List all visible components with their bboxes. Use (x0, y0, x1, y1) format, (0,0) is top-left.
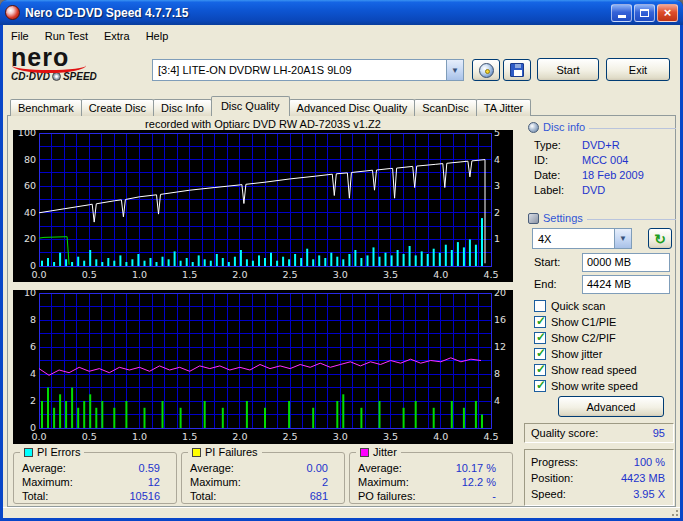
disc-type-value: DVD+R (582, 138, 620, 152)
maximize-button[interactable] (634, 4, 655, 22)
svg-text:2.5: 2.5 (283, 269, 298, 280)
svg-text:20: 20 (24, 233, 36, 244)
checkbox-quick-scan[interactable]: Quick scan (534, 299, 605, 313)
jitter-maximum: 12.2 % (462, 476, 496, 489)
pi-errors-maximum: 12 (148, 476, 160, 489)
checkbox-show-read-speed[interactable]: Show read speed (534, 363, 637, 377)
pi-errors-title: PI Errors (37, 446, 80, 458)
checkbox-show-c1-pie[interactable]: Show C1/PIE (534, 315, 616, 329)
svg-text:2.5: 2.5 (283, 431, 298, 442)
checkbox-box[interactable] (534, 300, 546, 312)
menu-run-test[interactable]: Run Test (37, 27, 96, 45)
menu-extra[interactable]: Extra (96, 27, 138, 45)
svg-text:4.5: 4.5 (483, 269, 498, 280)
svg-text:3: 3 (494, 180, 500, 191)
checkbox-box[interactable] (534, 380, 546, 392)
application-window: Nero CD-DVD Speed 4.7.7.15 × File Run Te… (0, 0, 683, 521)
checkbox-box[interactable] (534, 316, 546, 328)
po-failures-value: - (492, 490, 496, 503)
window-title: Nero CD-DVD Speed 4.7.7.15 (25, 6, 611, 20)
floppy-save-icon (510, 63, 524, 77)
checkbox-show-c2-pif[interactable]: Show C2/PIF (534, 331, 616, 345)
jitter-chart: 1086420201612840.00.51.01.52.02.53.03.54… (13, 290, 513, 444)
start-position-field[interactable]: 0000 MB (582, 253, 670, 272)
checkbox-show-write-speed[interactable]: Show write speed (534, 379, 638, 393)
disc-info-header: Disc info (528, 121, 676, 133)
pi-failures-color-swatch (192, 448, 201, 457)
advanced-button[interactable]: Advanced (558, 396, 664, 417)
status-bar (3, 507, 680, 518)
tab-benchmark[interactable]: Benchmark (10, 99, 82, 116)
minimize-button[interactable] (611, 4, 632, 22)
start-button[interactable]: Start (537, 58, 599, 81)
title-bar: Nero CD-DVD Speed 4.7.7.15 × (0, 0, 683, 25)
resize-grip[interactable] (669, 508, 679, 517)
checkbox-show-jitter[interactable]: Show jitter (534, 347, 602, 361)
svg-text:4.0: 4.0 (433, 431, 448, 442)
drive-selector[interactable]: [3:4] LITE-ON DVDRW LH-20A1S 9L09 ▼ (152, 59, 464, 81)
disc-type-row: Type:DVD+R (534, 138, 674, 152)
svg-text:2.0: 2.0 (232, 269, 247, 280)
tab-scandisc[interactable]: ScanDisc (414, 99, 476, 116)
svg-text:3.0: 3.0 (333, 269, 348, 280)
svg-text:4.0: 4.0 (433, 269, 448, 280)
client-area: File Run Test Extra Help nero CD·DVD SPE… (3, 25, 680, 518)
save-button[interactable] (503, 59, 531, 81)
svg-text:4: 4 (494, 395, 500, 406)
exit-button[interactable]: Exit (606, 58, 670, 81)
disc-label-value: DVD (582, 183, 605, 197)
svg-text:100: 100 (18, 130, 36, 138)
svg-text:1.5: 1.5 (182, 431, 197, 442)
maximize-icon (640, 9, 649, 17)
svg-text:1.0: 1.0 (132, 431, 147, 442)
disc-tool-button[interactable] (472, 59, 500, 81)
checkbox-box[interactable] (534, 364, 546, 376)
svg-text:12: 12 (494, 341, 506, 352)
checkbox-box[interactable] (534, 348, 546, 360)
progress-value: 100 % (634, 455, 665, 469)
tab-advanced-disc-quality[interactable]: Advanced Disc Quality (289, 99, 416, 116)
svg-text:60: 60 (24, 180, 36, 191)
svg-text:5: 5 (494, 130, 500, 138)
tab-strip: Benchmark Create Disc Disc Info Disc Qua… (10, 96, 530, 116)
stat-row: Maximum:2 (190, 476, 328, 489)
disc-icon (479, 63, 494, 78)
svg-text:8: 8 (30, 314, 36, 325)
stat-row: Average:0.59 (22, 462, 160, 475)
svg-text:0.0: 0.0 (31, 269, 46, 280)
tab-disc-quality[interactable]: Disc Quality (211, 96, 290, 116)
pi-failures-total: 681 (310, 490, 328, 503)
svg-text:16: 16 (494, 314, 506, 325)
svg-text:2.0: 2.0 (232, 431, 247, 442)
end-position-field[interactable]: 4424 MB (582, 275, 670, 294)
refresh-button[interactable]: ↻ (648, 228, 672, 249)
settings-gear-icon (528, 213, 539, 224)
svg-text:10: 10 (24, 290, 36, 298)
speed-row: Speed:3.95 X (531, 487, 665, 501)
menu-file[interactable]: File (3, 27, 37, 45)
svg-text:8: 8 (494, 368, 500, 379)
tab-disc-info[interactable]: Disc Info (153, 99, 212, 116)
svg-text:6: 6 (30, 341, 36, 352)
close-icon: × (664, 6, 672, 19)
scan-speed-value: 4X (533, 233, 614, 245)
window-controls: × (611, 4, 678, 22)
scan-speed-dropdown-button[interactable]: ▼ (614, 229, 631, 248)
close-button[interactable]: × (657, 4, 678, 22)
checkbox-box[interactable] (534, 332, 546, 344)
scan-speed-select[interactable]: 4X ▼ (532, 228, 632, 249)
stat-row: Maximum:12.2 % (358, 476, 496, 489)
pi-errors-legend: PI Errors (20, 446, 84, 458)
svg-text:3.0: 3.0 (333, 431, 348, 442)
end-position-label: End: (534, 278, 557, 290)
drive-selector-dropdown-button[interactable]: ▼ (446, 60, 463, 80)
stat-row: Total:10516 (22, 490, 160, 503)
tab-create-disc[interactable]: Create Disc (81, 99, 154, 116)
start-position-label: Start: (534, 256, 560, 268)
menu-help[interactable]: Help (138, 27, 177, 45)
svg-text:20: 20 (494, 290, 506, 298)
tab-ta-jitter[interactable]: TA Jitter (476, 99, 532, 116)
pi-errors-chart: 100806040200543210.00.51.01.52.02.53.03.… (13, 130, 513, 282)
disc-date-row: Date:18 Feb 2009 (534, 168, 674, 182)
position-value: 4423 MB (621, 471, 665, 485)
